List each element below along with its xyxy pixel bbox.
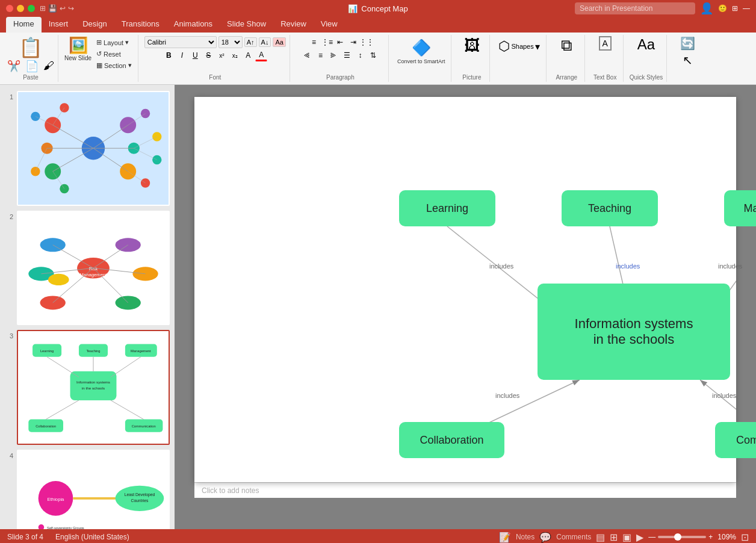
decrease-font-button[interactable]: A↓ (259, 37, 271, 47)
align-center-button[interactable]: ≡ (314, 49, 326, 61)
minimize-button[interactable] (17, 5, 24, 12)
select-button[interactable]: ↖ (683, 53, 693, 67)
smartart-group: 🔷 Convert to SmartArt (391, 35, 452, 82)
comments-icon[interactable]: 💬 (539, 532, 551, 543)
node-teaching[interactable]: Teaching (562, 190, 658, 226)
bullet-list-button[interactable]: ≡ (308, 36, 320, 48)
presentation-icon: 📊 (348, 4, 358, 13)
tab-design[interactable]: Design (75, 17, 114, 33)
tab-transitions[interactable]: Transitions (114, 17, 167, 33)
node-learning[interactable]: Learning (399, 190, 495, 226)
text-shadow-button[interactable]: A (242, 49, 254, 61)
columns-button[interactable]: ⋮⋮ (361, 36, 373, 48)
undo-icon[interactable]: ↩ (60, 4, 66, 13)
slideshow-icon[interactable]: ▶ (636, 532, 643, 543)
picture-button[interactable]: 🖼 (464, 36, 480, 55)
font-select[interactable]: Calibri (144, 36, 217, 48)
search-input[interactable] (575, 2, 695, 14)
slide-num-3: 3 (5, 330, 13, 340)
slide-image-2[interactable]: Risk Management (17, 211, 170, 326)
increase-font-button[interactable]: A↑ (244, 37, 257, 47)
format-painter-button[interactable]: 🖌 (43, 60, 54, 73)
reading-view-icon[interactable]: ▣ (622, 532, 631, 543)
italic-button[interactable]: I (176, 49, 188, 61)
ribbon-tabs: Home Insert Design Transitions Animation… (0, 17, 756, 33)
user-icon[interactable]: 👤 (700, 2, 713, 15)
svg-text:Ethiopia: Ethiopia (48, 496, 65, 501)
tab-view[interactable]: View (314, 17, 345, 33)
redo-icon[interactable]: ↪ (68, 4, 74, 13)
tab-insert[interactable]: Insert (42, 17, 76, 33)
notes-label[interactable]: Notes (516, 533, 534, 541)
tab-home[interactable]: Home (6, 17, 42, 33)
reset-button[interactable]: ↺ Reset (94, 49, 134, 59)
layout-button[interactable]: ⊞ Layout ▾ (94, 37, 134, 48)
zoom-level: 109% (717, 533, 736, 541)
paste-sub: ✂️ 📄 🖌 (7, 60, 54, 73)
maximize-button[interactable] (28, 5, 35, 12)
notes-placeholder: Click to add notes (202, 486, 259, 495)
text-direction-button[interactable]: ⇅ (367, 49, 379, 61)
text-color-button[interactable]: A (255, 49, 267, 61)
slide-thumb-1[interactable]: 1 (5, 91, 170, 206)
collapse-icon[interactable]: — (743, 4, 750, 13)
shapes-button[interactable]: ⬡ Shapes ▾ (496, 36, 542, 57)
subscript-button[interactable]: x₂ (229, 49, 241, 61)
slide-thumb-2[interactable]: 2 Risk Management (5, 211, 170, 326)
slide-image-4[interactable]: Ethiopia Least Developed Countries Self-… (17, 450, 170, 530)
replace-button[interactable]: 🔄 (680, 36, 695, 51)
slide-image-1[interactable] (17, 91, 170, 206)
save-icon[interactable]: 💾 (48, 4, 57, 13)
zoom-out-icon[interactable]: — (648, 533, 655, 541)
node-collaboration[interactable]: Collaboration (399, 422, 504, 458)
tab-slideshow[interactable]: Slide Show (220, 17, 273, 33)
slide-thumb-3[interactable]: 3 Information systems in the schools Lea… (5, 330, 170, 445)
new-slide-button[interactable]: 🖼️ New Slide (64, 36, 91, 61)
bold-button[interactable]: B (163, 49, 175, 61)
tab-animations[interactable]: Animations (167, 17, 220, 33)
underline-button[interactable]: U (189, 49, 201, 61)
notes-icon[interactable]: 📝 (499, 532, 511, 543)
slide-image-3[interactable]: Information systems in the schools Learn… (17, 330, 170, 445)
svg-text:Information systems: Information systems (76, 380, 110, 384)
node-central[interactable]: Information systems in the schools (538, 284, 730, 380)
layout-icon: ⊞ (96, 39, 102, 46)
line-spacing-button[interactable]: ↕ (354, 49, 366, 61)
tab-review[interactable]: Review (273, 17, 314, 33)
slide-thumb-4[interactable]: 4 Ethiopia Least Developed Countries (5, 450, 170, 530)
strikethrough-button[interactable]: S (202, 49, 214, 61)
section-button[interactable]: ▦ Section ▾ (94, 60, 134, 70)
size-select[interactable]: 18 (218, 36, 243, 48)
numbered-list-button[interactable]: ⋮≡ (321, 36, 333, 48)
node-management[interactable]: Management (724, 190, 756, 226)
close-button[interactable] (6, 5, 13, 12)
cut-button[interactable]: ✂️ (7, 60, 20, 73)
fit-screen-icon[interactable]: ⊡ (741, 532, 749, 543)
convert-smartart-button[interactable]: 🔷 Convert to SmartArt (395, 36, 448, 67)
decrease-indent-button[interactable]: ⇤ (334, 36, 346, 48)
clear-format-button[interactable]: Aa (273, 37, 285, 47)
normal-view-icon[interactable]: ▤ (596, 532, 605, 543)
justify-button[interactable]: ☰ (341, 49, 353, 61)
svg-text:Management: Management (80, 272, 108, 277)
zoom-slider[interactable] (658, 536, 706, 538)
quick-styles-button[interactable]: Aa (637, 36, 655, 53)
copy-button[interactable]: 📄 (25, 60, 39, 73)
notes-bar[interactable]: Click to add notes (194, 482, 736, 498)
superscript-button[interactable]: x² (215, 49, 228, 61)
slide-canvas[interactable]: includes includes includes includes incl… (194, 97, 736, 482)
increase-indent-button[interactable]: ⇥ (347, 36, 359, 48)
emoji-icon[interactable]: 🙂 (718, 4, 727, 13)
svg-line-28 (36, 148, 47, 171)
zoom-in-icon[interactable]: + (708, 533, 713, 541)
textbox-button[interactable]: A (599, 36, 612, 51)
node-communication[interactable]: Communication (715, 422, 756, 458)
slide-sorter-icon[interactable]: ⊞ (610, 532, 618, 543)
svg-text:Management: Management (131, 349, 151, 353)
arrange-button[interactable]: ⧉ (561, 36, 572, 55)
expand-icon[interactable]: ⊞ (732, 4, 738, 13)
align-right-button[interactable]: ⫸ (327, 49, 339, 61)
paste-button[interactable]: 📋 (19, 36, 43, 59)
align-left-button[interactable]: ⫷ (301, 49, 313, 61)
comments-label[interactable]: Comments (556, 533, 591, 541)
